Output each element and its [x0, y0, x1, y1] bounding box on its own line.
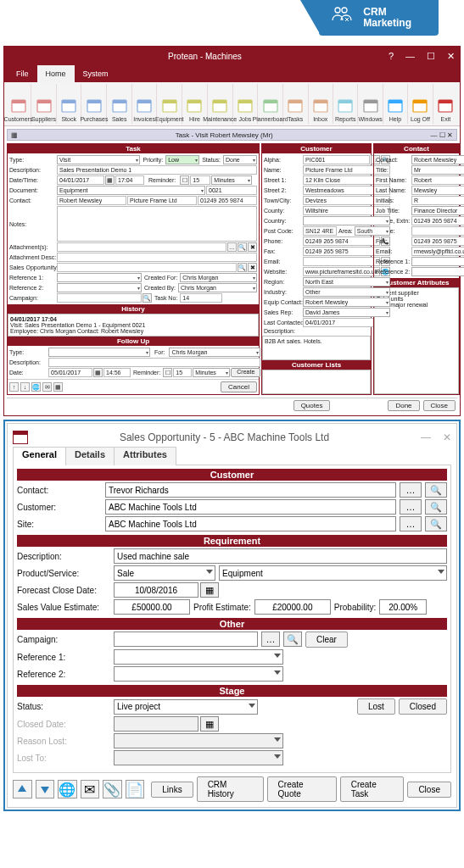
fu-date-input[interactable]: 05/01/2017 — [48, 368, 92, 377]
campaign-input[interactable] — [57, 293, 142, 303]
ribbon-customers[interactable]: Customers — [6, 84, 31, 124]
globe-icon[interactable]: 🌐 — [31, 382, 41, 392]
document-no[interactable]: 0021 — [206, 186, 257, 195]
contact2-input[interactable]: Trevor Richards — [105, 482, 396, 498]
fu-create-button[interactable]: Create — [231, 368, 260, 377]
status2-select[interactable]: Live project — [114, 699, 258, 715]
email-input[interactable] — [303, 257, 380, 266]
ref1-input[interactable] — [57, 273, 142, 282]
sve-input[interactable]: £50000.00 — [114, 599, 190, 615]
calendar-icon[interactable]: ▦ — [200, 582, 219, 598]
ocamp-input[interactable] — [114, 632, 258, 647]
ind-input[interactable]: Other — [303, 287, 390, 297]
pe-input[interactable]: £20000.00 — [254, 599, 331, 615]
more-icon[interactable]: … — [400, 482, 422, 498]
fn-input[interactable]: Robert — [411, 175, 464, 185]
mail-icon[interactable]: ✉ — [81, 780, 100, 798]
tab-attributes[interactable]: Attributes — [114, 447, 176, 465]
fu-for-select[interactable]: Chris Morgan — [169, 348, 260, 357]
ribbon-suppliers[interactable]: Suppliers — [31, 84, 57, 124]
doc-icon[interactable]: 📄 — [126, 780, 145, 798]
mail-icon[interactable]: ✉ — [42, 382, 52, 392]
ribbon-tasks[interactable]: Tasks — [283, 84, 308, 124]
description-input[interactable]: Sales Presentation Demo 1 — [57, 165, 257, 175]
ribbon-help[interactable]: Help — [383, 84, 408, 124]
fu-reminder-unit[interactable]: Minutes — [193, 368, 230, 377]
rdesc-input[interactable]: Used machine sale — [114, 548, 447, 564]
minimize-icon[interactable]: — — [405, 51, 415, 62]
more-icon[interactable]: … — [400, 499, 422, 515]
ribbon-plannerboard[interactable]: Plannerboard — [258, 84, 283, 124]
search-icon[interactable]: 🔍 — [238, 263, 247, 272]
ref2-input[interactable] — [57, 283, 142, 292]
clear-button[interactable]: Clear — [305, 632, 348, 648]
calendar-icon[interactable]: ▦ — [200, 716, 219, 732]
ribbon-sales[interactable]: Sales — [107, 84, 131, 124]
cem-input[interactable]: rmewsly@pfltd.co.ukq — [411, 247, 464, 256]
search-icon[interactable]: 🔍 — [425, 516, 447, 531]
calendar-icon[interactable]: ▦ — [105, 175, 115, 185]
fcd-input[interactable]: 10/08/2016 — [114, 582, 198, 598]
more-icon[interactable]: … — [227, 242, 237, 252]
doc-minimize-icon[interactable]: — — [431, 131, 438, 139]
ln-input[interactable]: Mewsley — [411, 186, 464, 195]
lc-input[interactable]: 04/01/2017 — [303, 318, 380, 327]
fu-type-select[interactable] — [48, 348, 150, 357]
fu-reminder-checkbox[interactable]: ☐ — [163, 368, 172, 377]
time-input[interactable]: 17:04 — [115, 175, 144, 185]
doc-close-icon[interactable]: ✕ — [447, 131, 453, 139]
doc-icon[interactable]: ▦ — [53, 382, 63, 392]
notes-input[interactable] — [57, 206, 257, 242]
cr2-input[interactable] — [411, 267, 464, 276]
maximize-icon[interactable]: ☐ — [427, 51, 435, 62]
tab-general[interactable]: General — [13, 447, 66, 465]
alpha-input[interactable]: PIC001 — [303, 155, 370, 164]
prod-select[interactable]: Sale — [114, 565, 215, 581]
attachment-desc-input[interactable] — [57, 253, 257, 262]
menu-file[interactable]: File — [8, 65, 37, 82]
createdby-input[interactable]: Chris Morgan — [178, 283, 257, 292]
search-icon[interactable]: 🔍 — [143, 293, 152, 303]
menu-home[interactable]: Home — [37, 65, 75, 82]
close-icon[interactable]: ✕ — [443, 431, 451, 443]
calendar-icon[interactable]: ▦ — [93, 368, 103, 377]
document-select[interactable]: Equipment — [57, 186, 205, 195]
web-input[interactable]: www.pictureframesltd.co.uk — [303, 267, 380, 276]
minimize-icon[interactable]: — — [421, 431, 431, 443]
or2-input[interactable] — [114, 666, 283, 682]
create-task-button[interactable]: Create Task — [340, 776, 405, 802]
links-button[interactable]: Links — [151, 782, 193, 798]
ribbon-windows[interactable]: Windows — [358, 84, 383, 124]
status-select[interactable]: Done — [223, 155, 257, 164]
pc-input[interactable]: SN12 4RE — [303, 226, 337, 236]
fu-desc-input[interactable] — [48, 358, 260, 367]
arrow-down-icon[interactable]: ↓ — [20, 382, 30, 392]
quotes-button[interactable]: Quotes — [293, 400, 331, 411]
ribbon-invoices[interactable]: Invoices — [132, 84, 157, 124]
ribbon-reports[interactable]: Reports — [333, 84, 358, 124]
site2-input[interactable]: ABC Machine Tools Ltd — [105, 516, 396, 531]
customer-desc[interactable]: B2B Art sales. Hotels. — [262, 336, 371, 360]
clear-icon[interactable]: ✖ — [248, 263, 257, 272]
type-select[interactable]: Visit — [57, 155, 140, 164]
globe-icon[interactable]: 🌐 — [58, 780, 77, 798]
ribbon-inbox[interactable]: Inbox — [309, 84, 333, 124]
help-icon[interactable]: ? — [389, 51, 394, 62]
more-icon[interactable]: … — [400, 516, 422, 531]
close2-button[interactable]: Close — [407, 782, 451, 798]
reminder-value[interactable]: 15 — [190, 175, 210, 185]
done-button[interactable]: Done — [388, 400, 419, 411]
attachment-input[interactable] — [57, 242, 226, 252]
contact-phone[interactable]: 01249 265 9874 — [198, 196, 257, 205]
mob-input[interactable] — [411, 226, 464, 236]
reminder-unit[interactable]: Minutes — [211, 175, 252, 185]
ribbon-maintenance[interactable]: Maintenance — [208, 84, 233, 124]
salesopp-input[interactable] — [57, 263, 237, 272]
fu-reminder-val[interactable]: 15 — [173, 368, 192, 377]
ribbon-exit[interactable]: Exit — [433, 84, 458, 124]
attach-icon[interactable]: 📎 — [103, 780, 122, 798]
cr1-input[interactable] — [411, 257, 464, 266]
doc-maximize-icon[interactable]: ☐ — [439, 131, 445, 139]
search-icon[interactable]: 🔍 — [425, 499, 447, 515]
arrow-up-icon[interactable] — [13, 780, 32, 798]
